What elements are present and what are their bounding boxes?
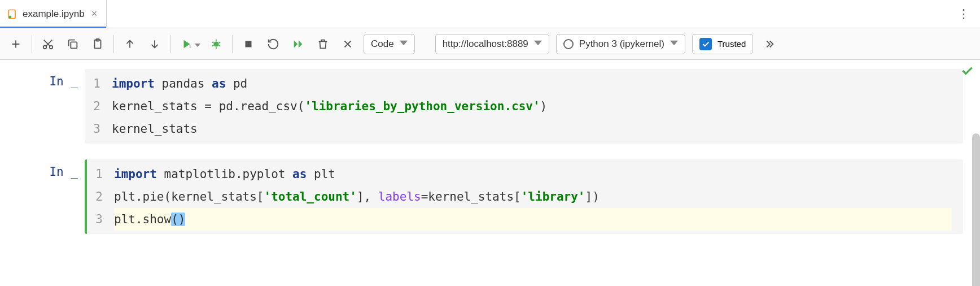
code-line[interactable]: kernel_stats <box>112 118 952 140</box>
kernel-select[interactable]: Python 3 (ipykernel) <box>556 34 685 54</box>
code-line[interactable]: plt.pie(kernel_stats['total_count'], lab… <box>114 185 952 208</box>
cell-prompt: In _ <box>0 159 85 234</box>
toolbar-divider <box>113 35 114 53</box>
svg-rect-9 <box>246 41 252 47</box>
kernel-name: Python 3 (ipykernel) <box>579 38 664 50</box>
trusted-toggle[interactable]: Trusted <box>692 34 753 54</box>
toolbar-divider <box>232 35 233 53</box>
debug-button[interactable] <box>205 33 228 55</box>
restart-button[interactable] <box>262 33 285 55</box>
svg-point-8 <box>213 41 218 46</box>
server-select[interactable]: http://localhost:8889 <box>435 34 549 54</box>
chevron-down-icon <box>400 38 408 50</box>
line-number-gutter: 123 <box>85 72 107 140</box>
svg-text:I: I <box>190 44 191 49</box>
notebook-toolbar: I Code http://localhost:8889 Python 3 (i… <box>0 28 980 60</box>
run-dropdown-caret[interactable] <box>195 39 203 49</box>
interrupt-button[interactable] <box>237 33 260 55</box>
active-tab-indicator <box>0 27 106 28</box>
chevron-down-icon <box>534 38 542 50</box>
close-tab-icon[interactable]: × <box>89 8 100 20</box>
toolbar-overflow-button[interactable] <box>758 33 780 55</box>
cell-type-select[interactable]: Code <box>364 34 415 54</box>
code-editor[interactable]: import pandas as pdkernel_stats = pd.rea… <box>107 72 963 140</box>
move-down-button[interactable] <box>143 33 166 55</box>
paste-button[interactable] <box>86 33 109 55</box>
notebook-file-icon <box>7 8 18 20</box>
move-up-button[interactable] <box>119 33 141 55</box>
code-line[interactable]: import matplotlib.pyplot as plt <box>114 163 952 185</box>
kernel-ready-check-icon <box>960 63 974 80</box>
line-number-gutter: 123 <box>87 163 110 231</box>
cell-input-area[interactable]: 123import pandas as pdkernel_stats = pd.… <box>85 69 963 144</box>
svg-rect-4 <box>71 42 77 48</box>
tab-overflow-menu[interactable]: ⋮ <box>948 7 980 21</box>
svg-point-1 <box>8 15 11 18</box>
toolbar-divider <box>32 35 32 53</box>
run-all-button[interactable] <box>287 33 309 55</box>
clear-output-button[interactable] <box>336 33 359 55</box>
editor-tab[interactable]: example.ipynb × <box>0 0 107 28</box>
trusted-label: Trusted <box>718 39 746 49</box>
trusted-checkbox-icon <box>699 38 712 50</box>
delete-cell-button[interactable] <box>312 33 334 55</box>
code-line[interactable]: import pandas as pd <box>112 72 952 95</box>
add-cell-button[interactable] <box>5 33 27 55</box>
code-line[interactable]: plt.show() <box>114 208 952 231</box>
code-cell[interactable]: In _123import pandas as pdkernel_stats =… <box>0 67 980 146</box>
cell-input-area[interactable]: 123import matplotlib.pyplot as pltplt.pi… <box>85 159 963 234</box>
code-line[interactable]: kernel_stats = pd.read_csv('libraries_by… <box>112 95 952 118</box>
tab-filename: example.ipynb <box>23 8 85 20</box>
cell-prompt: In _ <box>0 69 85 144</box>
code-editor[interactable]: import matplotlib.pyplot as pltplt.pie(k… <box>110 163 963 231</box>
cell-type-value: Code <box>371 38 394 50</box>
copy-button[interactable] <box>62 33 84 55</box>
notebook-area: In _123import pandas as pdkernel_stats =… <box>0 60 980 236</box>
chevron-down-icon <box>670 38 678 50</box>
toolbar-divider <box>170 35 171 53</box>
vertical-scrollbar[interactable] <box>972 133 980 286</box>
server-url: http://localhost:8889 <box>443 38 528 50</box>
code-cell[interactable]: In _123import matplotlib.pyplot as pltpl… <box>0 157 980 236</box>
kernel-status-idle-icon <box>563 39 574 49</box>
cut-button[interactable] <box>37 33 59 55</box>
tab-bar: example.ipynb × ⋮ <box>0 0 980 28</box>
